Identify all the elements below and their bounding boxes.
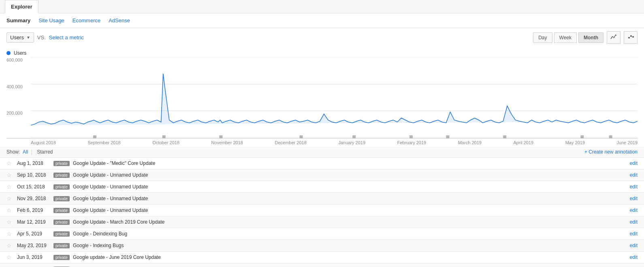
edit-link[interactable]: edit	[630, 184, 638, 190]
edit-link[interactable]: edit	[630, 172, 638, 178]
annotation-date: May 23, 2019	[17, 243, 53, 248]
private-badge: private	[53, 255, 70, 260]
vs-label: VS.	[37, 34, 46, 41]
day-button[interactable]: Day	[533, 32, 552, 43]
chart-wrapper: 600,000 400,000 200,000	[6, 58, 638, 139]
toolbar-right: Day Week Month	[533, 31, 638, 44]
svg-rect-15	[580, 135, 584, 138]
svg-rect-10	[300, 135, 303, 138]
pipe-divider: |	[31, 149, 32, 155]
star-icon[interactable]: ☆	[6, 242, 13, 249]
subnav-ecommerce[interactable]: Ecommerce	[73, 17, 100, 23]
private-badge: private	[53, 208, 70, 213]
svg-rect-8	[162, 135, 166, 138]
show-all-link[interactable]: All	[23, 149, 28, 155]
svg-rect-9	[219, 135, 222, 138]
show-label: Show:	[6, 149, 20, 155]
star-icon[interactable]: ☆	[6, 231, 13, 237]
star-icon[interactable]: ☆	[6, 254, 13, 261]
x-jun2019: June 2019	[617, 140, 638, 145]
x-oct2018: October 2018	[152, 140, 179, 145]
metric-dropdown[interactable]: Users ▼	[6, 32, 34, 43]
private-badge: private	[53, 161, 70, 166]
annotation-text: Google Update - Unnamed Update	[73, 172, 626, 178]
sub-nav: Summary Site Usage Ecommerce AdSense	[0, 13, 644, 28]
create-annotation-link[interactable]: + Create new annotation	[584, 149, 638, 155]
chart-legend: Users	[6, 50, 638, 56]
star-icon[interactable]: ☆	[6, 160, 13, 167]
edit-link[interactable]: edit	[630, 219, 638, 225]
edit-link[interactable]: edit	[630, 254, 638, 260]
annotation-row: ☆ Nov 29, 2018 private Google Update - U…	[0, 193, 644, 205]
edit-link[interactable]: edit	[630, 231, 638, 237]
toolbar-left: Users ▼ VS. Select a metric	[6, 32, 84, 43]
x-sep2018: September 2018	[87, 140, 120, 145]
annotation-row: ☆ Apr 5, 2019 private Google - Deindexin…	[0, 228, 644, 240]
show-filter: Show: All | Starred	[6, 149, 53, 155]
annotation-row: ☆ Sep 10, 2018 private Google Update - U…	[0, 169, 644, 181]
star-icon[interactable]: ☆	[6, 195, 13, 202]
annotation-date: Mar 12, 2019	[17, 219, 53, 225]
select-metric-link[interactable]: Select a metric	[49, 34, 84, 41]
show-starred-link[interactable]: Starred	[37, 149, 53, 155]
x-nov2018: November 2018	[211, 140, 243, 145]
annotation-date: Apr 5, 2019	[17, 231, 53, 237]
scatter-chart-button[interactable]	[624, 31, 638, 44]
private-badge: private	[53, 243, 70, 248]
svg-point-0	[628, 37, 630, 38]
metric-label: Users	[10, 34, 24, 41]
annotation-date: Aug 1, 2018	[17, 160, 53, 166]
annotation-text: Google Update - "Medic" Core Update	[73, 160, 626, 166]
private-badge: private	[53, 231, 70, 237]
svg-rect-14	[503, 135, 506, 138]
subnav-adsense[interactable]: AdSense	[109, 17, 130, 23]
subnav-site-usage[interactable]: Site Usage	[38, 17, 64, 23]
svg-rect-12	[409, 135, 413, 138]
edit-link[interactable]: edit	[630, 160, 638, 166]
annotation-row: ☆ May 23, 2019 private Google - Indexing…	[0, 240, 644, 252]
x-aug2018: August 2018	[31, 140, 56, 145]
edit-link[interactable]: edit	[630, 243, 638, 248]
toolbar: Users ▼ VS. Select a metric Day Week Mon…	[0, 28, 644, 47]
x-jan2019: January 2019	[338, 140, 365, 145]
star-icon[interactable]: ☆	[6, 207, 13, 214]
legend-label: Users	[14, 50, 26, 56]
annotation-date: Sep 10, 2018	[17, 172, 53, 178]
chart-svg-area[interactable]	[31, 58, 638, 138]
annotation-text: Google Update - Unnamed Update	[73, 184, 626, 190]
annotation-text: Google Update - Unnamed Update	[73, 207, 626, 213]
subnav-summary[interactable]: Summary	[6, 17, 30, 23]
svg-rect-16	[609, 135, 612, 138]
line-chart-button[interactable]	[607, 31, 621, 44]
legend-dot	[6, 51, 11, 55]
scatter-chart-icon	[627, 34, 634, 40]
edit-link[interactable]: edit	[630, 207, 638, 213]
x-may2019: May 2019	[565, 140, 585, 145]
star-icon[interactable]: ☆	[6, 172, 13, 178]
annotation-text: Google - Deindexing Bug	[73, 231, 626, 237]
annotation-row: ☆ Mar 12, 2019 private Google Update - M…	[0, 216, 644, 228]
svg-rect-11	[352, 135, 356, 138]
month-button[interactable]: Month	[578, 32, 603, 43]
line-chart-icon	[610, 34, 617, 40]
x-feb2019: February 2019	[397, 140, 426, 145]
tab-explorer[interactable]: Explorer	[5, 0, 38, 13]
annotation-date: Feb 6, 2019	[17, 207, 53, 213]
annotation-row: ☆ Oct 15, 2018 private Google Update - U…	[0, 181, 644, 193]
star-icon[interactable]: ☆	[6, 219, 13, 225]
x-dec2018: December 2018	[275, 140, 307, 145]
annotation-text: Google Update - March 2019 Core Update	[73, 219, 626, 225]
star-icon[interactable]: ☆	[6, 184, 13, 190]
chart-container: Users 600,000 400,000 200,000	[0, 47, 644, 147]
svg-point-1	[630, 35, 632, 37]
y-400k: 400,000	[6, 84, 31, 89]
private-badge: private	[53, 196, 70, 201]
svg-rect-7	[93, 135, 96, 138]
y-200k: 200,000	[6, 111, 31, 115]
x-axis: August 2018 September 2018 October 2018 …	[6, 139, 638, 147]
annotation-row: ☆ Jun 3, 2019 private Google update - Ju…	[0, 252, 644, 263]
edit-link[interactable]: edit	[630, 196, 638, 201]
week-button[interactable]: Week	[554, 32, 577, 43]
annotation-row: ☆ Feb 6, 2019 private Google Update - Un…	[0, 205, 644, 216]
private-badge: private	[53, 173, 70, 178]
